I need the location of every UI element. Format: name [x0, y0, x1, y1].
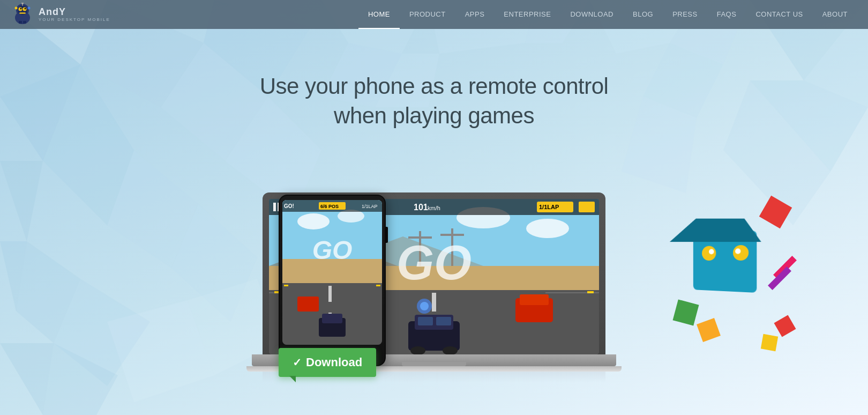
svg-point-6 — [25, 8, 26, 10]
headline-line2: when playing games — [334, 103, 534, 128]
navbar: AndY YOUR DESKTOP MOBILE HOME PRODUCT AP… — [0, 0, 868, 29]
nav-contact-us[interactable]: CONTACT US — [746, 0, 812, 29]
nav-about[interactable]: ABOUT — [813, 0, 857, 29]
svg-text:101: 101 — [414, 203, 428, 212]
svg-rect-12 — [19, 21, 22, 24]
shape-yellow2 — [761, 334, 778, 351]
headline-line1: Use your phone as a remote control — [260, 73, 609, 99]
svg-rect-7 — [19, 12, 26, 14]
svg-rect-96 — [273, 203, 276, 211]
svg-rect-104 — [579, 202, 595, 212]
svg-point-9 — [28, 7, 31, 10]
shape-red2 — [774, 315, 796, 337]
mascot-pupil-left — [709, 249, 714, 255]
svg-point-68 — [526, 219, 569, 238]
svg-point-8 — [15, 7, 18, 10]
svg-text:1/1LAP: 1/1LAP — [539, 204, 559, 210]
svg-point-5 — [20, 8, 22, 10]
hero-content: Use your phone as a remote control when … — [0, 29, 868, 130]
nav-faqs[interactable]: FAQS — [707, 0, 746, 29]
nav-blog[interactable]: BLOG — [623, 0, 663, 29]
phone-body: GO! 6/6 POS 1/1LAP GO — [279, 195, 386, 366]
phone-screen-content: GO! 6/6 POS 1/1LAP GO — [282, 200, 382, 345]
hero-section: Use your phone as a remote control when … — [0, 0, 868, 415]
svg-text:6/6 POS: 6/6 POS — [320, 204, 339, 209]
phone-device: GO! 6/6 POS 1/1LAP GO — [279, 195, 386, 366]
devices-container: GO! 6/6 POS 1/1LAP GO — [0, 146, 868, 382]
svg-text:1/1LAP: 1/1LAP — [362, 204, 378, 209]
nav-product[interactable]: PRODUCT — [400, 0, 455, 29]
phone-side-button — [386, 227, 388, 243]
nav-links: HOME PRODUCT APPS ENTERPRISE DOWNLOAD BL… — [358, 0, 857, 29]
logo-name: AndY — [39, 7, 110, 18]
nav-enterprise[interactable]: ENTERPRISE — [494, 0, 560, 29]
nav-home[interactable]: HOME — [358, 0, 400, 29]
nav-download[interactable]: DOWNLOAD — [560, 0, 623, 29]
phone-screen: GO! 6/6 POS 1/1LAP GO — [282, 200, 382, 345]
andy-logo-icon — [11, 3, 34, 26]
svg-rect-13 — [23, 21, 26, 24]
mascot-hat — [670, 219, 761, 242]
download-label: Download — [306, 355, 362, 369]
svg-rect-90 — [520, 294, 549, 305]
svg-rect-58 — [376, 285, 380, 286]
download-button[interactable]: ✓ Download — [279, 348, 376, 377]
svg-rect-56 — [297, 297, 319, 312]
svg-point-48 — [297, 213, 330, 229]
svg-text:GO: GO — [312, 236, 353, 264]
mascot-eye-right — [733, 245, 749, 261]
shape-red — [759, 196, 792, 228]
svg-text:km/h: km/h — [428, 205, 440, 211]
svg-rect-77 — [432, 293, 436, 312]
svg-rect-83 — [418, 317, 433, 325]
download-check-icon: ✓ — [293, 356, 302, 369]
logo-link[interactable]: AndY YOUR DESKTOP MOBILE — [11, 3, 110, 26]
mascot-pupil-right — [735, 249, 740, 254]
svg-rect-57 — [284, 285, 288, 286]
logo-tagline: YOUR DESKTOP MOBILE — [39, 18, 110, 23]
svg-rect-84 — [436, 317, 451, 325]
svg-rect-52 — [328, 286, 332, 302]
nav-press[interactable]: PRESS — [663, 0, 707, 29]
svg-point-94 — [420, 302, 429, 310]
shape-yellow — [697, 318, 721, 342]
shape-green — [673, 300, 699, 326]
svg-text:GO!: GO! — [284, 203, 294, 209]
mascot-right — [675, 200, 793, 350]
svg-rect-55 — [322, 314, 342, 323]
hero-headline: Use your phone as a remote control when … — [0, 72, 868, 130]
svg-text:GO: GO — [396, 236, 472, 290]
mascot-eye-left — [702, 246, 716, 261]
nav-apps[interactable]: APPS — [455, 0, 495, 29]
